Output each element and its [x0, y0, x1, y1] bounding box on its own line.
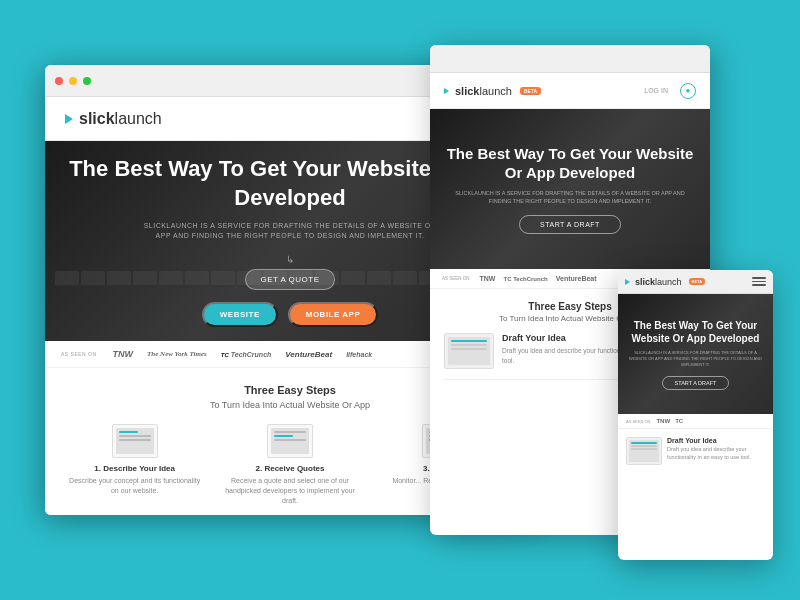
- step-1-icon: [112, 424, 158, 458]
- small-browser-bar: slicklaunch BETA: [618, 270, 773, 294]
- medium-user-icon[interactable]: ●: [680, 83, 696, 99]
- medium-hero-title: The Best Way To Get Your Website Or App …: [444, 144, 696, 183]
- small-logo-arrow: [625, 279, 630, 285]
- beta-badge: BETA: [520, 87, 541, 95]
- logo-text: slicklaunch: [79, 110, 162, 128]
- mock-bar: [119, 431, 138, 433]
- arrow-hint-icon: ↳: [286, 254, 294, 265]
- key: [341, 271, 365, 287]
- browser-close-dot: [55, 77, 63, 85]
- step-1: 1. Describe Your Idea Describe your conc…: [65, 424, 204, 505]
- step-1-desc: Describe your concept and its functional…: [65, 476, 204, 496]
- medium-start-draft-button[interactable]: START A DRAFT: [519, 215, 621, 234]
- small-step-mockup: [629, 440, 659, 462]
- small-logo-text: slicklaunch: [635, 277, 682, 287]
- step-2-desc: Receive a quote and select one of our ha…: [220, 476, 359, 505]
- mock-line: [451, 344, 487, 346]
- browser-minimize-dot: [69, 77, 77, 85]
- medium-tnw-logo: TNW: [480, 275, 496, 282]
- key: [107, 271, 131, 287]
- small-nav-left: slicklaunch BETA: [625, 277, 705, 287]
- logo-arrow-icon: [65, 114, 73, 124]
- mock-line: [451, 348, 487, 350]
- key: [159, 271, 183, 287]
- key: [81, 271, 105, 287]
- small-press-logos: TNW TC: [656, 418, 683, 424]
- medium-nav-right: LOG IN ●: [644, 83, 696, 99]
- medium-browser-bar: [430, 45, 710, 73]
- main-site-logo: slicklaunch: [65, 110, 162, 128]
- mock-line: [631, 445, 657, 447]
- mock-bar: [119, 435, 151, 437]
- small-step-icon: [626, 437, 662, 465]
- key: [393, 271, 417, 287]
- menu-line: [752, 284, 766, 286]
- mock-bar: [274, 435, 293, 437]
- small-content: Draft Your Idea Draft you idea and descr…: [618, 429, 773, 473]
- get-quote-button[interactable]: GET A QUOTE: [245, 269, 334, 290]
- step-1-label: 1. Describe Your Idea: [65, 464, 204, 473]
- hero-buttons-group: WEBSITE MOBILE APP: [202, 302, 378, 327]
- key: [211, 271, 235, 287]
- website-button[interactable]: WEBSITE: [202, 302, 278, 327]
- small-hero-title: The Best Way To Get Your Website Or App …: [628, 319, 763, 345]
- medium-hero-subtitle: SLICKLAUNCH IS A SERVICE FOR DRAFTING TH…: [444, 189, 696, 206]
- medium-site-nav: slicklaunch BETA LOG IN ●: [430, 73, 710, 109]
- key: [55, 271, 79, 287]
- menu-line: [752, 277, 766, 279]
- step-1-mockup: [116, 428, 154, 454]
- small-start-draft-button[interactable]: START A DRAFT: [662, 376, 730, 390]
- mock-bar: [119, 439, 151, 441]
- medium-as-seen-label: AS SEEN ON: [442, 276, 470, 281]
- small-tnw-logo: TNW: [656, 418, 670, 424]
- mock-line: [631, 448, 657, 450]
- mobile-app-button[interactable]: MOBILE APP: [288, 302, 378, 327]
- techcrunch-logo: TC TechCrunch: [221, 351, 272, 358]
- small-tc-logo: TC: [675, 418, 683, 424]
- lifehack-logo: lifehack: [346, 351, 372, 358]
- mock-accent: [451, 340, 487, 342]
- venturebeat-logo: VentureBeat: [285, 350, 332, 359]
- key: [133, 271, 157, 287]
- medium-press-logos: TNW TC TechCrunch VentureBeat: [480, 275, 597, 282]
- small-beta-badge: BETA: [689, 278, 706, 285]
- medium-step-icon: [444, 333, 494, 369]
- medium-step-mockup: [448, 337, 490, 365]
- key: [185, 271, 209, 287]
- small-hero: The Best Way To Get Your Website Or App …: [618, 294, 773, 414]
- hamburger-menu-icon[interactable]: [752, 277, 766, 286]
- tnw-logo: TNW: [113, 349, 134, 359]
- press-logos-group: TNW The New York Times TC TechCrunch Ven…: [113, 349, 373, 359]
- mock-bar: [274, 439, 306, 441]
- key: [367, 271, 391, 287]
- browser-fullscreen-dot: [83, 77, 91, 85]
- logo-arrow-icon: [444, 88, 449, 94]
- small-as-seen-bar: AS SEEN ON TNW TC: [618, 414, 773, 429]
- medium-vb-logo: VentureBeat: [556, 275, 597, 282]
- mock-bar: [274, 431, 306, 433]
- medium-logo: slicklaunch BETA: [444, 85, 541, 97]
- small-browser-mockup: slicklaunch BETA The Best Way To Get You…: [618, 270, 773, 560]
- nyt-logo: The New York Times: [147, 350, 207, 358]
- small-step-title: Draft Your Idea: [667, 437, 765, 444]
- step-2: 2. Receive Quotes Receive a quote and se…: [220, 424, 359, 505]
- step-2-mockup: [271, 428, 309, 454]
- menu-line: [752, 281, 766, 283]
- main-hero-subtitle: SLICKLAUNCH IS A SERVICE FOR DRAFTING TH…: [140, 221, 440, 242]
- small-as-seen-label: AS SEEN ON: [626, 419, 650, 424]
- small-hero-subtitle: SLICKLAUNCH IS A SERVICE FOR DRAFTING TH…: [628, 350, 763, 368]
- step-2-icon: [267, 424, 313, 458]
- small-step-text: Draft Your Idea Draft you idea and descr…: [667, 437, 765, 461]
- small-step-row: Draft Your Idea Draft you idea and descr…: [626, 437, 765, 465]
- login-text: LOG IN: [644, 87, 668, 94]
- small-step-desc: Draft you idea and describe your functio…: [667, 446, 765, 461]
- medium-logo-text: slicklaunch: [455, 85, 512, 97]
- step-2-label: 2. Receive Quotes: [220, 464, 359, 473]
- mock-accent: [631, 442, 657, 444]
- as-seen-label: AS SEEN ON: [61, 351, 97, 357]
- medium-tc-logo: TC TechCrunch: [503, 276, 547, 282]
- medium-hero: The Best Way To Get Your Website Or App …: [430, 109, 710, 269]
